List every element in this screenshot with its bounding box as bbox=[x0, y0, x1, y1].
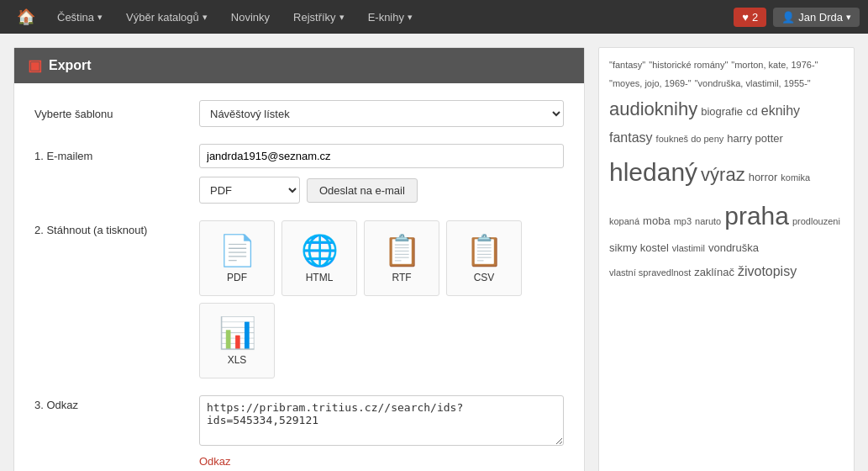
chevron-down-icon: ▾ bbox=[846, 12, 851, 23]
odkaz-textarea[interactable]: https://pribram.tritius.cz//search/ids?i… bbox=[199, 395, 564, 446]
user-menu-button[interactable]: 👤 Jan Drda ▾ bbox=[773, 8, 860, 27]
email-row: 1. E-mailem bbox=[34, 144, 564, 168]
user-icon: 👤 bbox=[781, 11, 795, 24]
chevron-down-icon: ▾ bbox=[97, 12, 103, 23]
tag-item[interactable]: zaklínač bbox=[694, 264, 734, 282]
nav-item-rejstriky[interactable]: Rejstříky ▾ bbox=[283, 0, 355, 34]
nav-item-cestina[interactable]: Čeština ▾ bbox=[47, 0, 113, 34]
tag-item[interactable]: eknihy bbox=[761, 100, 800, 122]
chevron-down-icon: ▾ bbox=[408, 12, 413, 23]
tag-item[interactable]: moba bbox=[643, 213, 671, 230]
export-title: Export bbox=[49, 58, 92, 73]
xls-icon: 📊 bbox=[218, 315, 256, 351]
csv-label: CSV bbox=[474, 272, 495, 283]
odkaz-section: 3. Odkaz https://pribram.tritius.cz//sea… bbox=[34, 395, 564, 446]
tag-item[interactable]: horror bbox=[749, 169, 778, 187]
rtf-label: RTF bbox=[392, 272, 411, 283]
tag-item[interactable]: vlastimil bbox=[672, 241, 705, 257]
download-xls-button[interactable]: 📊 XLS bbox=[199, 303, 275, 378]
tag-item[interactable]: "vondruška, vlastimil, 1955-" bbox=[695, 77, 811, 92]
template-label: Vyberte šablonu bbox=[34, 108, 186, 120]
html-label: HTML bbox=[306, 272, 334, 283]
tag-item[interactable]: audioknihy bbox=[609, 94, 697, 124]
tag-item[interactable]: sikmy kostel bbox=[609, 240, 669, 257]
chevron-down-icon: ▾ bbox=[339, 12, 345, 23]
tag-item[interactable]: fantasy bbox=[609, 127, 653, 149]
export-body: Vyberte šablonu Návěštový lístek 1. E-ma… bbox=[14, 83, 584, 471]
email-subrow: PDF HTML RTF CSV XLS Odeslat na e-mail bbox=[199, 177, 564, 204]
nav-item-novinky[interactable]: Novinky bbox=[221, 0, 280, 34]
tag-item[interactable]: hledaný bbox=[609, 152, 697, 193]
tag-cloud-sidebar: "fantasy""historické romány""morton, kat… bbox=[598, 47, 855, 471]
template-row: Vyberte šablonu Návěštový lístek bbox=[34, 100, 564, 127]
html-icon: 🌐 bbox=[301, 233, 339, 268]
tag-item[interactable]: foukneš do peny bbox=[656, 132, 724, 147]
email-label: 1. E-mailem bbox=[34, 150, 186, 162]
export-panel: ▣ Export Vyberte šablonu Návěštový líste… bbox=[13, 47, 585, 471]
tag-item[interactable]: životopisy bbox=[738, 261, 797, 283]
tag-item[interactable]: komika bbox=[781, 171, 810, 186]
download-label: 2. Stáhnout (a tisknout) bbox=[34, 220, 186, 236]
favorites-button[interactable]: ♥ 2 bbox=[734, 8, 766, 27]
main-container: ▣ Export Vyberte šablonu Návěštový líste… bbox=[0, 34, 868, 471]
navbar: 🏠 Čeština ▾ Výběr katalogů ▾ Novinky Rej… bbox=[0, 0, 868, 34]
odkaz-link[interactable]: Odkaz bbox=[199, 455, 231, 468]
odkaz-label: 3. Odkaz bbox=[34, 395, 186, 411]
tag-item[interactable]: "historické romány" bbox=[649, 58, 728, 73]
tag-item[interactable]: vondruška bbox=[708, 240, 759, 257]
download-section: 2. Stáhnout (a tisknout) 📄 PDF 🌐 HTML 📋 … bbox=[34, 220, 564, 378]
tag-item[interactable]: cd bbox=[746, 103, 758, 121]
download-rtf-button[interactable]: 📋 RTF bbox=[364, 220, 439, 296]
nav-right: ♥ 2 👤 Jan Drda ▾ bbox=[734, 8, 860, 27]
template-select[interactable]: Návěštový lístek bbox=[199, 100, 564, 127]
tag-item[interactable]: mp3 bbox=[674, 214, 692, 230]
tag-item[interactable]: "fantasy" bbox=[609, 58, 645, 73]
pdf-label: PDF bbox=[227, 272, 247, 283]
tag-item[interactable]: "moyes, jojo, 1969-" bbox=[609, 77, 692, 92]
download-icons: 📄 PDF 🌐 HTML 📋 RTF 📋 CSV bbox=[199, 220, 564, 378]
tag-item[interactable]: "morton, kate, 1976-" bbox=[731, 58, 818, 73]
xls-label: XLS bbox=[228, 354, 247, 366]
send-email-button[interactable]: Odeslat na e-mail bbox=[307, 178, 418, 203]
tag-cloud: "fantasy""historické romány""morton, kat… bbox=[609, 58, 844, 282]
tag-item[interactable]: výraz bbox=[701, 160, 745, 189]
home-button[interactable]: 🏠 bbox=[8, 8, 44, 26]
download-pdf-button[interactable]: 📄 PDF bbox=[199, 220, 275, 296]
tag-item[interactable]: biografie bbox=[701, 103, 743, 121]
download-csv-button[interactable]: 📋 CSV bbox=[446, 220, 522, 296]
tag-item[interactable]: vlastní spravedlnost bbox=[609, 266, 691, 281]
csv-icon: 📋 bbox=[466, 233, 503, 268]
nav-item-eknihy[interactable]: E-knihy ▾ bbox=[358, 0, 423, 34]
tag-item[interactable]: naruto bbox=[695, 214, 721, 230]
nav-item-vyberkatalogů[interactable]: Výběr katalogů ▾ bbox=[116, 0, 218, 34]
download-html-button[interactable]: 🌐 HTML bbox=[281, 220, 357, 296]
tag-item[interactable]: harry potter bbox=[727, 130, 782, 148]
export-icon: ▣ bbox=[28, 56, 42, 75]
email-input[interactable] bbox=[199, 144, 564, 168]
export-header: ▣ Export bbox=[14, 48, 584, 83]
tag-item[interactable]: prodlouzeni bbox=[792, 214, 840, 230]
pdf-icon: 📄 bbox=[218, 233, 256, 268]
email-format-select[interactable]: PDF HTML RTF CSV XLS bbox=[199, 177, 300, 204]
heart-icon: ♥ bbox=[742, 11, 749, 24]
chevron-down-icon: ▾ bbox=[203, 12, 208, 23]
tag-item[interactable]: praha bbox=[724, 196, 789, 236]
tag-item[interactable]: kopaná bbox=[609, 214, 639, 230]
rtf-icon: 📋 bbox=[383, 233, 421, 268]
